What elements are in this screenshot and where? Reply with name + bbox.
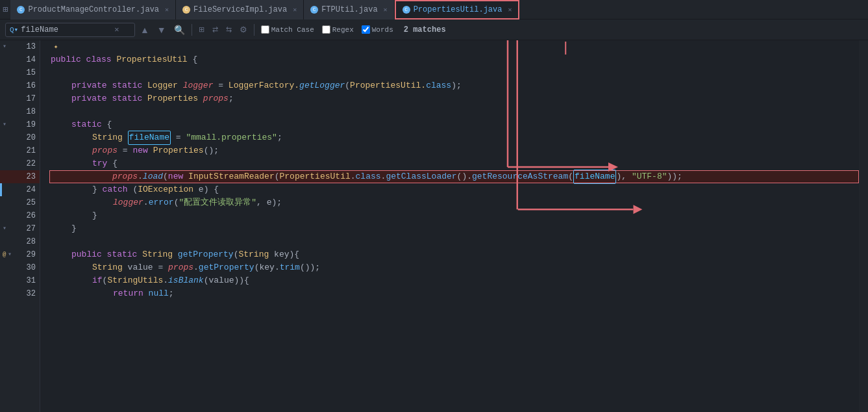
tab-label-properties: PropertiesUtil.java	[414, 5, 502, 14]
scrollbar[interactable]	[859, 40, 868, 412]
token-loggerfactory-16: LoggerFactory.	[229, 79, 299, 92]
token-public-14: public	[51, 53, 86, 66]
token-null-32: null	[149, 287, 169, 300]
tab-label-ftp: FTPUtil.java	[321, 5, 377, 14]
code-line-14: public class PropertiesUtil {	[51, 53, 859, 66]
token-public-29: public	[71, 248, 107, 261]
fold-marker-27[interactable]: ▾	[3, 222, 6, 235]
code-line-22: try {	[51, 157, 859, 170]
tab-close-file[interactable]: ✕	[293, 6, 297, 14]
token-isblank-31: isBlank	[168, 274, 204, 287]
search-separator-2	[254, 24, 254, 36]
token-ioexception-24: IOException	[138, 183, 199, 196]
token-new-23: new	[168, 170, 188, 183]
token-trim-30: trim	[280, 261, 300, 274]
search-clear-button[interactable]: ✕	[114, 25, 119, 34]
tab-icon-ftp: C	[310, 6, 318, 14]
token-props-23: props	[112, 170, 138, 183]
search-input[interactable]	[21, 25, 112, 34]
line-number-29: @ ▾ 29	[0, 248, 40, 261]
tab-ftp-util[interactable]: C FTPUtil.java ✕	[304, 0, 394, 19]
tab-close-product[interactable]: ✕	[165, 6, 169, 14]
search-input-wrapper[interactable]: Q▾ ✕	[5, 23, 135, 37]
match-case-label: Match Case	[271, 26, 314, 34]
code-line-16: private static Logger logger = LoggerFac…	[51, 79, 859, 92]
tab-bar-controls: ⊞	[3, 4, 10, 15]
token-error-25: error	[149, 196, 174, 209]
tab-close-ftp[interactable]: ✕	[384, 6, 388, 14]
code-line-30: String value = props.getProperty(key.tri…	[51, 261, 859, 274]
line-number-26: 26	[0, 209, 40, 222]
code-line-24: } catch (IOException e) {	[51, 183, 859, 196]
fold-marker-29[interactable]: ▾	[8, 248, 12, 261]
star-marker-13: ✦	[51, 40, 61, 53]
tab-close-properties[interactable]: ✕	[508, 6, 512, 14]
tab-bar: ⊞ C ProductManageController.java ✕ C Fil…	[0, 0, 868, 19]
code-line-20: String fileName = "mmall.properties";	[51, 131, 859, 144]
line-number-23: 23	[0, 170, 40, 183]
token-catch-24: catch	[103, 183, 133, 196]
line-number-22: 22	[0, 157, 40, 170]
code-line-18	[51, 105, 859, 118]
tab-split-icon[interactable]: ⊞	[3, 4, 8, 15]
token-string-param-29: String	[238, 248, 274, 261]
search-find-button[interactable]: 🔍	[171, 23, 188, 36]
tab-product-manage[interactable]: C ProductManageController.java ✕	[10, 0, 176, 19]
search-next-button[interactable]: ▼	[155, 23, 169, 36]
token-paren-close-16: );	[451, 79, 462, 92]
line-number-32: 32	[0, 287, 40, 300]
token-string-val-20: "mmall.properties"	[186, 131, 277, 144]
code-line-26: }	[51, 209, 859, 222]
regex-option[interactable]: Regex	[319, 24, 356, 35]
code-line-15	[51, 66, 859, 79]
code-content: ✦ public class PropertiesUtil { private …	[40, 40, 859, 300]
code-area[interactable]: ✦ public class PropertiesUtil { private …	[40, 40, 859, 412]
token-eq-21: =	[118, 144, 132, 157]
search-replace-button[interactable]: ⇄	[210, 24, 221, 35]
search-prev-button[interactable]: ▲	[138, 23, 152, 36]
token-propsutil-16: PropertiesUtil.	[350, 79, 426, 92]
line-number-17: 17	[0, 92, 40, 105]
tab-file-service[interactable]: C FileServiceImpl.java ✕	[176, 0, 304, 19]
token-propsutil-23: PropertiesUtil	[280, 170, 351, 183]
search-replace-all-button[interactable]: ⇆	[223, 24, 234, 35]
words-option[interactable]: Words	[359, 24, 396, 35]
token-private-17: private	[71, 92, 112, 105]
tab-icon-properties: C	[403, 6, 410, 14]
token-getlogger-16: getLogger	[299, 79, 345, 92]
token-logger-var-16: logger	[183, 79, 214, 92]
token-string-type-29: String	[142, 248, 178, 261]
tab-label-file: FileServiceImpl.java	[193, 5, 287, 14]
token-static-16: static	[112, 79, 147, 92]
token-props-30: props	[168, 261, 193, 274]
code-line-29: public static String getProperty(String …	[51, 248, 859, 261]
tab-icon-file: C	[182, 6, 190, 14]
token-static-29: static	[107, 248, 143, 261]
token-parens-21: ();	[204, 144, 219, 157]
code-line-28	[51, 235, 859, 248]
search-gear-button[interactable]: ⚙	[237, 23, 250, 36]
regex-checkbox[interactable]	[322, 25, 330, 34]
line-number-13: ▾ 13	[0, 40, 40, 53]
token-brace-14: {	[192, 53, 197, 66]
match-case-option[interactable]: Match Case	[258, 24, 317, 35]
fold-marker-13[interactable]: ▾	[3, 40, 6, 53]
token-static-19: static	[71, 118, 107, 131]
token-getproperty-30: getProperty	[199, 261, 254, 274]
token-classname-14: PropertiesUtil	[116, 53, 192, 66]
editor-container: ▾ 13 14 15 16 17 18 ▾ 19 20 21 22 23 24 …	[0, 40, 868, 412]
line-number-18: 18	[0, 105, 40, 118]
code-line-25: logger.error("配置文件读取异常", e);	[51, 196, 859, 209]
token-filename-match2-23: fileName	[573, 170, 616, 184]
search-options-button[interactable]: ⊞	[196, 24, 207, 35]
search-bar: Q▾ ✕ ▲ ▼ 🔍 ⊞ ⇄ ⇆ ⚙ Match Case Regex Word…	[0, 19, 868, 40]
match-case-checkbox[interactable]	[261, 25, 269, 34]
words-checkbox[interactable]	[362, 25, 370, 34]
token-return-32: return	[113, 287, 149, 300]
token-logger-type-16: Logger	[147, 79, 183, 92]
fold-marker-19[interactable]: ▾	[3, 118, 6, 131]
token-private-16: private	[71, 79, 112, 92]
tab-icon-product: C	[17, 6, 25, 14]
code-line-27: }	[51, 222, 859, 235]
tab-properties-util[interactable]: C PropertiesUtil.java ✕	[395, 0, 520, 19]
